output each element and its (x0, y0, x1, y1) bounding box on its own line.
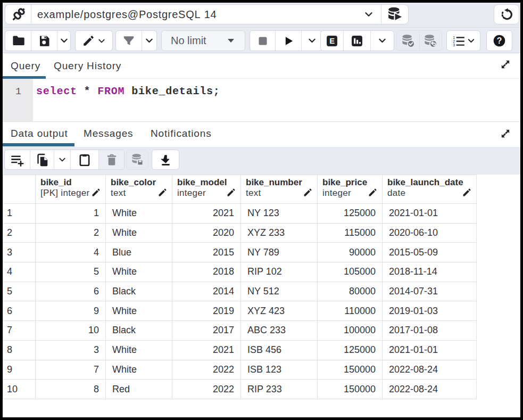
svg-text:?: ? (497, 36, 502, 45)
svg-text:E: E (329, 37, 335, 45)
svg-text:2: 2 (453, 39, 455, 43)
svg-text:3: 3 (453, 43, 455, 47)
svg-text:1: 1 (453, 35, 455, 39)
